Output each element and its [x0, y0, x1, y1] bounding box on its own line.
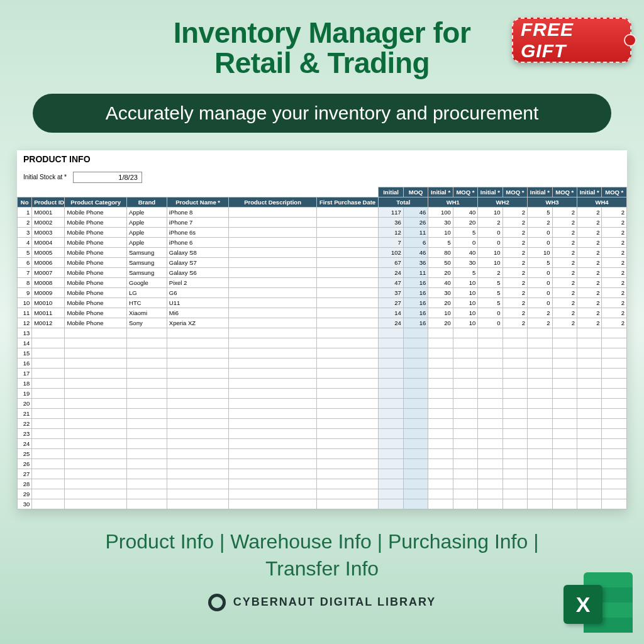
table-row[interactable]: 24 [18, 438, 627, 448]
cell[interactable]: iPhone 6s [167, 227, 229, 237]
cell[interactable] [229, 217, 316, 227]
cell[interactable] [316, 489, 379, 499]
cell[interactable] [502, 428, 527, 438]
cell[interactable] [577, 348, 602, 358]
cell[interactable] [403, 499, 428, 509]
cell[interactable]: Mobile Phone [65, 237, 127, 247]
table-row[interactable]: 4M0004Mobile PhoneAppleiPhone 6765002022… [18, 237, 627, 247]
cell[interactable] [379, 458, 403, 469]
cell[interactable]: Mi6 [167, 308, 229, 318]
value-cell[interactable]: 40 [453, 247, 477, 257]
cell[interactable] [316, 257, 379, 267]
cell[interactable] [229, 368, 316, 378]
table-row[interactable]: 14 [18, 338, 627, 348]
cell[interactable]: Mobile Phone [65, 287, 127, 297]
table-row[interactable]: 30 [18, 499, 627, 509]
cell[interactable] [65, 378, 127, 388]
cell[interactable] [602, 469, 627, 479]
cell[interactable] [602, 398, 627, 408]
cell[interactable] [65, 458, 127, 469]
cell[interactable]: M0002 [32, 217, 65, 227]
value-cell[interactable]: 47 [379, 277, 403, 287]
cell[interactable] [316, 247, 379, 257]
cell[interactable] [478, 479, 502, 489]
value-cell[interactable]: 2 [602, 308, 627, 318]
table-row[interactable]: 12M0012Mobile PhoneSonyXperia XZ24162010… [18, 318, 627, 328]
cell[interactable] [577, 388, 602, 398]
cell[interactable] [32, 398, 65, 408]
value-cell[interactable]: 2 [602, 257, 627, 267]
cell[interactable] [127, 489, 167, 499]
cell[interactable] [602, 358, 627, 368]
value-cell[interactable]: 2 [602, 287, 627, 297]
value-cell[interactable]: 2 [502, 267, 527, 277]
cell[interactable] [577, 338, 602, 348]
cell[interactable] [502, 489, 527, 499]
cell[interactable] [428, 368, 453, 378]
cell[interactable]: 20 [18, 398, 32, 408]
value-cell[interactable]: 0 [478, 318, 502, 328]
value-cell[interactable]: 16 [403, 308, 428, 318]
value-cell[interactable]: 2 [602, 267, 627, 277]
cell[interactable] [403, 458, 428, 469]
cell[interactable] [379, 378, 403, 388]
cell[interactable] [453, 489, 477, 499]
value-cell[interactable]: 2 [552, 277, 577, 287]
cell[interactable] [502, 328, 527, 338]
cell[interactable] [577, 378, 602, 388]
value-cell[interactable]: 2 [502, 287, 527, 297]
cell[interactable] [552, 469, 577, 479]
cell[interactable]: 29 [18, 489, 32, 499]
cell[interactable] [379, 448, 403, 458]
cell[interactable] [577, 418, 602, 428]
value-cell[interactable]: 2 [577, 217, 602, 227]
value-cell[interactable]: 46 [403, 207, 428, 217]
value-cell[interactable]: 2 [502, 247, 527, 257]
cell[interactable] [229, 448, 316, 458]
cell[interactable] [478, 448, 502, 458]
cell[interactable] [127, 328, 167, 338]
cell[interactable] [316, 217, 379, 227]
cell[interactable] [428, 358, 453, 368]
cell[interactable] [229, 378, 316, 388]
cell[interactable] [127, 438, 167, 448]
value-cell[interactable]: 2 [577, 247, 602, 257]
cell[interactable] [577, 489, 602, 499]
value-cell[interactable]: 0 [528, 227, 552, 237]
table-row[interactable]: 11M0011Mobile PhoneXiaomiMi6141610100222… [18, 308, 627, 318]
value-cell[interactable]: 20 [428, 267, 453, 277]
cell[interactable] [379, 338, 403, 348]
value-cell[interactable]: 46 [403, 247, 428, 257]
value-cell[interactable]: 10 [478, 257, 502, 267]
cell[interactable]: 9 [18, 287, 32, 297]
cell[interactable]: M0011 [32, 308, 65, 318]
cell[interactable] [577, 499, 602, 509]
cell[interactable] [316, 398, 379, 408]
cell[interactable] [316, 287, 379, 297]
cell[interactable] [403, 469, 428, 479]
table-row[interactable]: 9M0009Mobile PhoneLGG637163010520222 [18, 287, 627, 297]
cell[interactable] [428, 489, 453, 499]
cell[interactable] [316, 388, 379, 398]
value-cell[interactable]: 10 [453, 277, 477, 287]
value-cell[interactable]: 0 [528, 297, 552, 308]
cell[interactable]: 7 [18, 267, 32, 277]
cell[interactable] [528, 388, 552, 398]
cell[interactable] [502, 378, 527, 388]
cell[interactable] [528, 438, 552, 448]
cell[interactable] [602, 348, 627, 358]
cell[interactable] [316, 237, 379, 247]
cell[interactable] [167, 368, 229, 378]
cell[interactable] [316, 338, 379, 348]
table-row[interactable]: 8M0008Mobile PhoneGooglePixel 2471640105… [18, 277, 627, 287]
cell[interactable]: iPhone 6 [167, 237, 229, 247]
cell[interactable] [65, 428, 127, 438]
value-cell[interactable]: 40 [428, 277, 453, 287]
cell[interactable] [229, 328, 316, 338]
cell[interactable] [478, 499, 502, 509]
cell[interactable] [167, 338, 229, 348]
cell[interactable] [453, 338, 477, 348]
cell[interactable] [229, 338, 316, 348]
value-cell[interactable]: 5 [528, 257, 552, 267]
cell[interactable]: M0003 [32, 227, 65, 237]
